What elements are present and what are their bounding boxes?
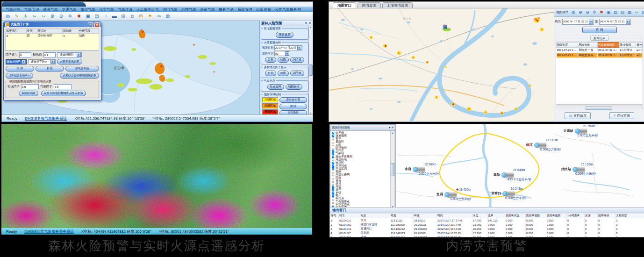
picture-icon[interactable]: ▦ xyxy=(165,13,171,19)
layer-checkbox[interactable] xyxy=(332,158,334,161)
measure-icon[interactable]: ✎ xyxy=(14,13,20,19)
system-link[interactable]: DMGIS专项气象服务系统 xyxy=(25,116,67,121)
menu-item[interactable]: 水文气象 xyxy=(99,7,114,12)
layer-checkbox[interactable] xyxy=(332,191,334,193)
output-col-header[interactable]: 序号 xyxy=(330,214,339,218)
result-row-selected[interactable]: 2019-07-22 1...风险度:较高2019-07-22 1...3小时降… xyxy=(557,53,643,58)
output-col-header[interactable]: 面雨量预报 xyxy=(526,214,546,218)
fly-tool-icon[interactable]: ✈ xyxy=(23,13,29,19)
map-pane-icon[interactable]: ▬ xyxy=(112,13,117,19)
weather-info-button[interactable]: 制图标绘 xyxy=(286,84,302,90)
output-col-header[interactable]: 预警等级 xyxy=(598,214,615,218)
station-marker[interactable]: 27.758m 计算站 0.000立方米/秒 xyxy=(564,124,598,137)
search-button[interactable]: 查 询 xyxy=(582,27,617,33)
output-col-header[interactable]: 文档类型 xyxy=(615,214,644,218)
picture-icon[interactable]: ▧ xyxy=(641,9,644,15)
output-col-header[interactable]: 面雨量实况 xyxy=(505,214,526,218)
result-hscrollbar[interactable] xyxy=(556,106,643,110)
fax-icon[interactable]: ✉ xyxy=(138,13,144,19)
result-col-header[interactable]: 降水预报 xyxy=(619,43,636,48)
layer-checkbox[interactable] xyxy=(332,203,334,206)
station-marker[interactable]: 15.163m 临江 0.000立方米/秒 xyxy=(526,138,561,151)
station-data-row[interactable]: 161104011朱沱113.11111 28.101112017/12/17 … xyxy=(330,218,644,223)
region-button[interactable]: 高危险区 xyxy=(279,110,307,114)
station-marker[interactable]: ✚19.460m 鱼洞 0.006立方米/秒 xyxy=(436,188,471,201)
output-col-header[interactable]: 时间 xyxy=(437,214,472,218)
select-icon[interactable]: ▨ xyxy=(620,9,625,15)
panel-vscrollbar[interactable]: ▲▼ xyxy=(308,26,313,114)
layer-checkbox[interactable] xyxy=(332,182,334,185)
map-tab[interactable]: 地图窗口 xyxy=(333,2,356,8)
region-button[interactable]: 删 除 xyxy=(279,104,307,109)
menu-item[interactable]: 系统管理 xyxy=(237,7,252,12)
output-col-header[interactable]: 纬度 xyxy=(414,214,437,218)
menu-item[interactable]: 林业气象 xyxy=(43,7,58,12)
result-col-header[interactable]: 操作人 xyxy=(636,43,643,48)
menu-item[interactable]: 气象信息 xyxy=(6,7,21,12)
layer-checkbox[interactable] xyxy=(332,156,334,158)
weather-info-button[interactable]: 站点资料 xyxy=(267,84,284,90)
zoom-out-icon[interactable]: ⊖ xyxy=(585,9,590,15)
station-data-row[interactable]: 461101117温泉坝113.646373 26.4600112017/12/… xyxy=(330,231,644,235)
factor-index-input[interactable] xyxy=(19,52,31,57)
station-marker[interactable]: 12.360m 水府 0.000立方米/秒 xyxy=(405,163,439,176)
result-col-header[interactable]: 预警时间 xyxy=(557,43,578,48)
full-extent-icon[interactable]: ▣ xyxy=(606,9,611,15)
layer-checkbox[interactable] xyxy=(332,197,334,200)
close-icon[interactable]: ✕ xyxy=(308,21,311,25)
layer-checkbox[interactable] xyxy=(332,161,334,164)
globe-icon[interactable]: ◍ xyxy=(571,9,576,15)
layer-checkbox[interactable] xyxy=(332,171,334,173)
analysis-button[interactable]: 因子值 xyxy=(290,57,304,63)
delete-icon[interactable]: ✖ xyxy=(599,9,604,15)
output-col-header[interactable]: 1小时雨量 xyxy=(567,214,585,218)
refresh-icon[interactable]: ▤ xyxy=(613,9,618,15)
wx-factor-input[interactable] xyxy=(54,84,72,89)
delete-icon[interactable]: ✖ xyxy=(76,13,82,19)
detail-query-button[interactable]: ≡详情查询 xyxy=(609,112,635,119)
layer-checkbox[interactable] xyxy=(332,150,334,152)
dialog-titlebar[interactable]: 火险因子计算 ▭ ✖ xyxy=(4,22,101,27)
full-extent-icon[interactable]: ▣ xyxy=(85,13,91,19)
close-icon[interactable]: ✖ xyxy=(94,22,100,27)
minimize-icon[interactable]: ▭ xyxy=(88,22,93,27)
factor-display-button[interactable]: 自动 xyxy=(265,71,276,76)
station-data-row[interactable]: 361101010富通河口112.101222 29.0000002002/12… xyxy=(330,227,644,231)
station-marker[interactable]: 21.548m 高新 430.312立方米/秒 xyxy=(494,168,531,181)
layer-checkbox[interactable] xyxy=(332,164,334,167)
output-col-header[interactable]: 面雨量预测 xyxy=(546,214,567,218)
result-col-header[interactable]: 风险等级 xyxy=(578,43,598,48)
pin-icon[interactable]: ▾ xyxy=(305,21,307,25)
output-col-header[interactable]: 流量 xyxy=(487,214,505,218)
set-fire-layer-button[interactable]: 设置火险预报栅格图层显示参数 xyxy=(41,91,86,96)
layer-checkbox[interactable] xyxy=(332,143,334,146)
station-marker[interactable]: 16.348m 卓筒口 0.000立方米/秒 xyxy=(491,187,526,200)
fire-risk-map[interactable]: 长沙市 火险因子计算 ▭ ✖ 因子索引类型图层名影响值分析字段 0面森林分布图3… xyxy=(2,21,259,114)
menu-item[interactable]: 雷电气象 xyxy=(163,7,178,12)
analysis-button[interactable]: 绘图 xyxy=(278,57,289,63)
layer-checkbox[interactable] xyxy=(332,194,334,197)
gradient-params-button[interactable]: 设置渐变色参数 xyxy=(57,59,82,64)
layer-checkbox[interactable] xyxy=(332,188,334,191)
collapse-icon[interactable]: ▾ xyxy=(389,126,390,129)
factor-select[interactable]: 请选择因子▼ xyxy=(6,59,27,64)
menu-item[interactable]: 服务产品 xyxy=(219,7,234,12)
menu-item[interactable]: 交通气象 xyxy=(62,7,77,12)
set-layer-params-button[interactable]: 设置综合影响栅格图层参数 xyxy=(60,73,99,79)
result-col-header[interactable]: 气象预报时间 xyxy=(598,43,619,48)
predict-button[interactable]: 预测影响值 xyxy=(19,91,38,96)
globe-icon[interactable]: ◍ xyxy=(5,13,11,19)
system-link[interactable]: DMGIS公共气象服务业务系统 xyxy=(24,229,74,234)
warning-setting-button[interactable]: 预警设置 xyxy=(276,32,293,38)
menu-item[interactable]: 气象实况 xyxy=(24,7,39,12)
field-select[interactable]: --请选择字段名--▼ xyxy=(28,59,56,64)
back-icon[interactable]: ⇦ xyxy=(634,9,639,15)
back-icon[interactable]: ⇦ xyxy=(156,13,162,19)
region-button[interactable]: 森林分布图 xyxy=(279,97,307,103)
layer-checkbox[interactable] xyxy=(332,176,334,178)
warn-date-select[interactable]: 2019年07月22日▼ xyxy=(274,45,302,50)
layer-checkbox[interactable] xyxy=(332,186,334,188)
factor-display-button[interactable]: 因子值 xyxy=(290,71,304,76)
doc-archive-button[interactable]: ▤文档留存 xyxy=(565,112,591,119)
map-tab[interactable]: 土壤墒情监测 xyxy=(382,2,413,8)
